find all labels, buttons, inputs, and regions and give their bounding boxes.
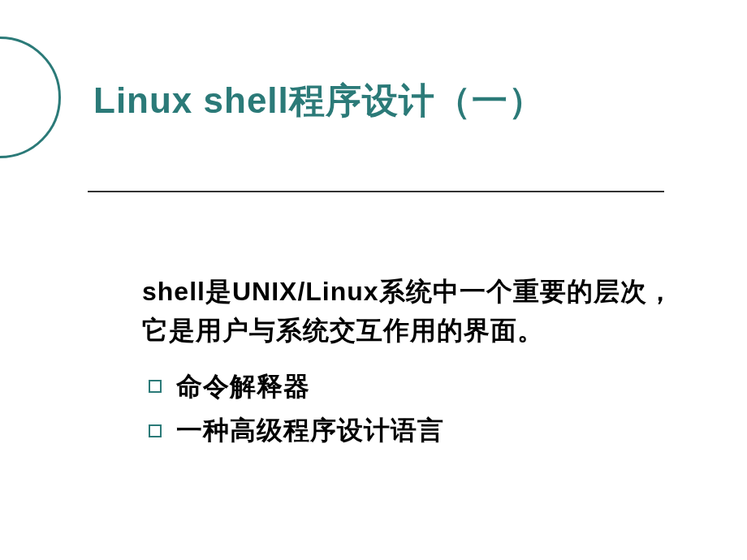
title-divider (88, 191, 664, 192)
list-item: 一种高级程序设计语言 (149, 408, 694, 452)
slide-content: shell是UNIX/Linux系统中一个重要的层次，它是用户与系统交互作用的界… (142, 272, 694, 453)
bullet-text: 一种高级程序设计语言 (176, 408, 444, 452)
bullet-text: 命令解释器 (176, 364, 310, 408)
bullet-list: 命令解释器 一种高级程序设计语言 (142, 364, 694, 453)
circle-decoration (0, 37, 61, 158)
slide-description: shell是UNIX/Linux系统中一个重要的层次，它是用户与系统交互作用的界… (142, 272, 694, 350)
list-item: 命令解释器 (149, 364, 694, 408)
bullet-square-icon (149, 424, 162, 437)
bullet-square-icon (149, 380, 162, 393)
slide-title: Linux shell程序设计（一） (93, 77, 545, 125)
